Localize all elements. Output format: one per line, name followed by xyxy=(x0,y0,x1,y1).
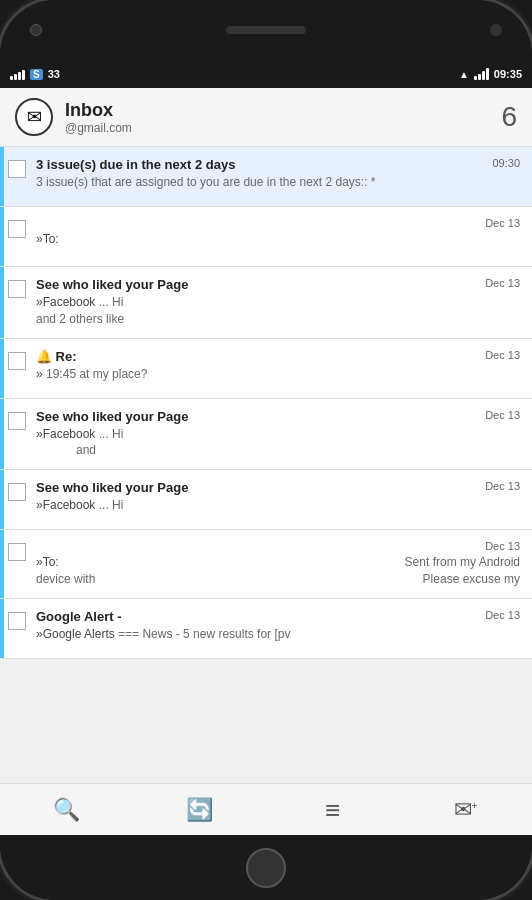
list-item[interactable]: 🔔 Re: Dec 13 » 19:45 at my place? xyxy=(0,339,532,399)
unread-count: 6 xyxy=(501,101,517,133)
rbar2 xyxy=(478,74,481,80)
email-checkbox[interactable] xyxy=(8,483,26,501)
list-item[interactable]: Dec 13 »To:device with Sent from my Andr… xyxy=(0,530,532,599)
screen: S 33 ▲ 09:35 ✉ Inbox xyxy=(0,60,532,835)
email-preview-left: »To:device with xyxy=(36,554,95,588)
unread-indicator xyxy=(0,207,4,266)
account-email: @gmail.com xyxy=(65,121,501,135)
inbox-icon: ✉ xyxy=(15,98,53,136)
email-header-row: See who liked your Page Dec 13 xyxy=(36,277,520,292)
email-date: Dec 13 xyxy=(485,349,520,361)
bell-icon: 🔔 xyxy=(36,349,52,364)
email-date: Dec 13 xyxy=(485,540,520,552)
email-preview: »Facebook ... Hiand 2 others like xyxy=(36,294,520,328)
email-list[interactable]: 3 issue(s) due in the next 2 days 09:30 … xyxy=(0,147,532,783)
email-header-row: Dec 13 xyxy=(36,540,520,552)
email-preview: »Facebook ... Hi xyxy=(36,497,520,514)
email-checkbox[interactable] xyxy=(8,412,26,430)
email-sender: 🔔 Re: xyxy=(36,349,477,364)
unread-indicator xyxy=(0,399,4,470)
phone-bottom-bar xyxy=(0,835,532,900)
email-date: 09:30 xyxy=(492,157,520,169)
list-item[interactable]: 3 issue(s) due in the next 2 days 09:30 … xyxy=(0,147,532,207)
email-checkbox[interactable] xyxy=(8,220,26,238)
email-sender: 3 issue(s) due in the next 2 days xyxy=(36,157,484,172)
list-item[interactable]: Dec 13 »To: xyxy=(0,207,532,267)
email-date: Dec 13 xyxy=(485,609,520,621)
bottom-nav: 🔍 🔄 ≡ ✉+ xyxy=(0,783,532,835)
list-item[interactable]: Google Alert - Dec 13 »Google Alerts ===… xyxy=(0,599,532,659)
unread-indicator xyxy=(0,339,4,398)
clock: 09:35 xyxy=(494,68,522,80)
email-content: 🔔 Re: Dec 13 » 19:45 at my place? xyxy=(36,349,520,383)
email-date: Dec 13 xyxy=(485,409,520,421)
email-sender: See who liked your Page xyxy=(36,480,477,495)
unread-indicator xyxy=(0,147,4,206)
email-content: Dec 13 »To: xyxy=(36,217,520,248)
email-preview: »To: xyxy=(36,231,520,248)
email-date: Dec 13 xyxy=(485,217,520,229)
email-content: Google Alert - Dec 13 »Google Alerts ===… xyxy=(36,609,520,643)
filter-button[interactable]: ≡ xyxy=(308,788,358,832)
bar4 xyxy=(22,70,25,80)
email-header-row: Dec 13 xyxy=(36,217,520,229)
bar3 xyxy=(18,72,21,80)
email-checkbox[interactable] xyxy=(8,612,26,630)
status-bar: S 33 ▲ 09:35 xyxy=(0,60,532,88)
inbox-header: ✉ Inbox @gmail.com 6 xyxy=(0,88,532,147)
signal-bars-icon xyxy=(10,68,25,80)
email-header-row: 🔔 Re: Dec 13 xyxy=(36,349,520,364)
mail-icon: ✉ xyxy=(27,106,42,128)
filter-icon: ≡ xyxy=(325,797,340,823)
email-date: Dec 13 xyxy=(485,480,520,492)
email-sender: Google Alert - xyxy=(36,609,477,624)
notification-count: 33 xyxy=(48,68,60,80)
rbar1 xyxy=(474,76,477,80)
status-left: S 33 xyxy=(10,68,60,80)
bar1 xyxy=(10,76,13,80)
bar2 xyxy=(14,74,17,80)
inbox-title: Inbox xyxy=(65,100,501,121)
compose-button[interactable]: ✉+ xyxy=(441,788,491,832)
rbar3 xyxy=(482,71,485,80)
front-sensor xyxy=(490,24,502,36)
unread-indicator xyxy=(0,267,4,338)
email-preview-two-col: »To:device with Sent from my AndroidPlea… xyxy=(36,554,520,588)
email-sender: See who liked your Page xyxy=(36,409,477,424)
s-icon: S xyxy=(30,69,43,80)
refresh-icon: 🔄 xyxy=(186,797,213,823)
email-preview: » 19:45 at my place? xyxy=(36,366,520,383)
email-content: See who liked your Page Dec 13 »Facebook… xyxy=(36,409,520,460)
email-content: See who liked your Page Dec 13 »Facebook… xyxy=(36,277,520,328)
email-content: 3 issue(s) due in the next 2 days 09:30 … xyxy=(36,157,520,191)
unread-indicator xyxy=(0,530,4,598)
wifi-icon: ▲ xyxy=(459,69,469,80)
header-text: Inbox @gmail.com xyxy=(65,100,501,135)
unread-indicator xyxy=(0,599,4,658)
email-preview: »Facebook ... Hi and xyxy=(36,426,520,460)
email-checkbox[interactable] xyxy=(8,280,26,298)
email-checkbox[interactable] xyxy=(8,352,26,370)
email-header-row: See who liked your Page Dec 13 xyxy=(36,480,520,495)
email-preview: 3 issue(s) that are assigned to you are … xyxy=(36,174,520,191)
list-item[interactable]: See who liked your Page Dec 13 »Facebook… xyxy=(0,399,532,471)
search-icon: 🔍 xyxy=(53,797,80,823)
email-checkbox[interactable] xyxy=(8,160,26,178)
search-button[interactable]: 🔍 xyxy=(42,788,92,832)
refresh-button[interactable]: 🔄 xyxy=(175,788,225,832)
list-item[interactable]: See who liked your Page Dec 13 »Facebook… xyxy=(0,267,532,339)
status-right: ▲ 09:35 xyxy=(459,68,522,80)
speaker xyxy=(226,26,306,34)
compose-icon: ✉+ xyxy=(454,797,478,823)
email-preview: »Google Alerts === News - 5 new results … xyxy=(36,626,520,643)
list-item[interactable]: See who liked your Page Dec 13 »Facebook… xyxy=(0,470,532,530)
home-button[interactable] xyxy=(246,848,286,888)
email-sender: See who liked your Page xyxy=(36,277,477,292)
phone-frame: S 33 ▲ 09:35 ✉ Inbox xyxy=(0,0,532,900)
email-checkbox[interactable] xyxy=(8,543,26,561)
mobile-signal-icon xyxy=(474,68,489,80)
email-header-row: Google Alert - Dec 13 xyxy=(36,609,520,624)
email-preview-right: Sent from my AndroidPlease excuse my xyxy=(405,554,520,588)
email-date: Dec 13 xyxy=(485,277,520,289)
email-header-row: See who liked your Page Dec 13 xyxy=(36,409,520,424)
